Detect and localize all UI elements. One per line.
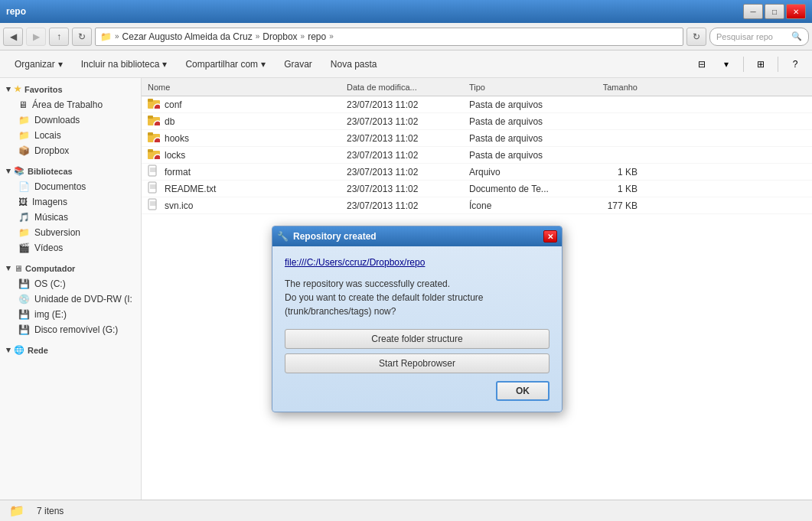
sidebar-item-documentos[interactable]: 📄 Documentos bbox=[0, 179, 141, 194]
videos-label: Vídeos bbox=[34, 243, 63, 253]
sidebar-item-subversion[interactable]: 📁 Subversion bbox=[0, 225, 141, 240]
svg-point-8 bbox=[154, 138, 160, 142]
status-folder-icon: 📁 bbox=[9, 503, 24, 518]
minimize-button[interactable]: ─ bbox=[743, 4, 763, 19]
column-headers: Nome Data de modifica... Tipo Tamanho bbox=[142, 78, 812, 96]
sidebar-section-bibliotecas[interactable]: ▾ 📚 Bibliotecas bbox=[0, 163, 141, 179]
svg-point-5 bbox=[154, 121, 160, 125]
col-header-type[interactable]: Tipo bbox=[469, 83, 576, 92]
sidebar-item-img-e[interactable]: 💾 img (E:) bbox=[0, 307, 141, 322]
dvd-label: Unidade de DVD-RW (I: bbox=[34, 294, 132, 304]
path-sep-2: » bbox=[256, 32, 260, 41]
up-button[interactable]: ↑ bbox=[49, 28, 69, 46]
status-bar: 📁 7 itens bbox=[0, 500, 812, 521]
refresh-right-button[interactable]: ↻ bbox=[686, 28, 706, 46]
locais-label: Locais bbox=[34, 130, 61, 141]
incluir-label: Incluir na biblioteca bbox=[81, 59, 160, 70]
sidebar-item-videos[interactable]: 🎬 Vídeos bbox=[0, 240, 141, 256]
area-trabalho-label: Área de Trabalho bbox=[32, 99, 103, 110]
compartilhar-button[interactable]: Compartilhar com ▾ bbox=[177, 54, 274, 75]
organize-button[interactable]: Organizar ▾ bbox=[6, 54, 71, 75]
path-part-3: repo bbox=[308, 31, 326, 42]
file-name: README.txt bbox=[161, 184, 347, 194]
window-controls: ─ □ ✕ bbox=[743, 4, 806, 19]
table-row[interactable]: conf23/07/2013 11:02Pasta de arquivos bbox=[142, 96, 812, 113]
sidebar-section-computador[interactable]: ▾ 🖥 Computador bbox=[0, 260, 141, 276]
file-size: 177 KB bbox=[576, 200, 638, 211]
locais-icon: 📁 bbox=[18, 130, 30, 141]
preview-pane-button[interactable]: ⊞ bbox=[750, 55, 771, 73]
sidebar-item-area-de-trabalho[interactable]: 🖥 Área de Trabalho bbox=[0, 97, 141, 112]
sidebar-section-rede[interactable]: ▾ 🌐 Rede bbox=[0, 342, 141, 358]
dialog-btn-row: Create folder structure Start Repobrowse… bbox=[285, 329, 549, 373]
sidebar-item-disco-g[interactable]: 💾 Disco removível (G:) bbox=[0, 322, 141, 337]
col-header-size[interactable]: Tamanho bbox=[576, 83, 638, 92]
path-sep-3: » bbox=[301, 32, 305, 41]
disco-g-icon: 💾 bbox=[18, 324, 30, 335]
dialog-close-button[interactable]: ✕ bbox=[543, 230, 557, 243]
sidebar-item-imagens[interactable]: 🖼 Imagens bbox=[0, 194, 141, 210]
view-options-button[interactable]: ▾ bbox=[716, 55, 737, 73]
address-bar: ◀ ▶ ↑ ↻ 📁 » Cezar Augusto Almeida da Cru… bbox=[0, 23, 812, 50]
address-path[interactable]: 📁 » Cezar Augusto Almeida da Cruz » Drop… bbox=[95, 28, 683, 46]
table-row[interactable]: format23/07/2013 11:02Arquivo1 KB bbox=[142, 164, 812, 181]
file-date: 23/07/2013 11:02 bbox=[347, 116, 469, 127]
sidebar-item-musicas[interactable]: 🎵 Músicas bbox=[0, 210, 141, 225]
sidebar-item-downloads[interactable]: 📁 Downloads bbox=[0, 112, 141, 128]
toolbar: Organizar ▾ Incluir na biblioteca ▾ Comp… bbox=[0, 50, 812, 78]
file-name: conf bbox=[161, 99, 347, 110]
organize-chevron: ▾ bbox=[58, 59, 63, 70]
bibliotecas-chevron: ▾ bbox=[6, 166, 11, 176]
view-details-button[interactable]: ⊟ bbox=[691, 55, 713, 73]
toolbar-right: ⊟ ▾ ⊞ ? bbox=[691, 55, 806, 73]
sidebar-item-dvd[interactable]: 💿 Unidade de DVD-RW (I: bbox=[0, 291, 141, 307]
nova-pasta-button[interactable]: Nova pasta bbox=[322, 54, 386, 75]
file-icon bbox=[148, 98, 161, 111]
sidebar-item-dropbox[interactable]: 📦 Dropbox bbox=[0, 143, 141, 158]
col-header-date[interactable]: Data de modifica... bbox=[347, 83, 469, 92]
status-item-count: 7 itens bbox=[37, 506, 64, 516]
img-e-label: img (E:) bbox=[34, 309, 67, 320]
search-box[interactable]: Pesquisar repo 🔍 bbox=[709, 28, 809, 46]
file-type: Pasta de arquivos bbox=[469, 133, 576, 144]
start-repobrowser-button[interactable]: Start Repobrowser bbox=[285, 353, 549, 373]
favoritos-label: Favoritos bbox=[24, 85, 63, 94]
toolbar-separator-2 bbox=[778, 57, 778, 72]
dialog-url-link[interactable]: file:///C:/Users/ccruz/Dropbox/repo bbox=[285, 257, 549, 268]
table-row[interactable]: hooks23/07/2013 11:02Pasta de arquivos bbox=[142, 130, 812, 147]
compartilhar-label: Compartilhar com bbox=[185, 59, 258, 70]
dialog-message: The repository was successfully created.… bbox=[285, 277, 549, 318]
file-name: locks bbox=[161, 150, 347, 161]
incluir-button[interactable]: Incluir na biblioteca ▾ bbox=[73, 54, 176, 75]
dialog-ok-button[interactable]: OK bbox=[496, 381, 549, 401]
sidebar-item-os-c[interactable]: 💾 OS (C:) bbox=[0, 276, 141, 291]
table-row[interactable]: locks23/07/2013 11:02Pasta de arquivos bbox=[142, 147, 812, 164]
computador-icon: 🖥 bbox=[14, 264, 22, 273]
svg-point-11 bbox=[154, 155, 160, 159]
maximize-button[interactable]: □ bbox=[765, 4, 784, 19]
dialog-title-icon: 🔧 bbox=[277, 231, 289, 242]
create-folder-structure-button[interactable]: Create folder structure bbox=[285, 329, 549, 349]
refresh-button[interactable]: ↻ bbox=[72, 28, 92, 46]
help-button[interactable]: ? bbox=[784, 55, 806, 73]
toolbar-separator bbox=[743, 57, 744, 72]
file-type: Documento de Te... bbox=[469, 184, 576, 194]
table-row[interactable]: db23/07/2013 11:02Pasta de arquivos bbox=[142, 113, 812, 130]
table-row[interactable]: svn.ico23/07/2013 11:02Ícone177 KB bbox=[142, 197, 812, 214]
table-row[interactable]: README.txt23/07/2013 11:02Documento de T… bbox=[142, 181, 812, 197]
sidebar: ▾ ★ Favoritos 🖥 Área de Trabalho 📁 Downl… bbox=[0, 78, 142, 500]
file-icon bbox=[148, 115, 161, 128]
file-date: 23/07/2013 11:02 bbox=[347, 200, 469, 211]
videos-icon: 🎬 bbox=[18, 243, 30, 253]
forward-button[interactable]: ▶ bbox=[26, 28, 46, 46]
sidebar-section-favoritos[interactable]: ▾ ★ Favoritos bbox=[0, 81, 141, 97]
dvd-icon: 💿 bbox=[18, 294, 30, 304]
sidebar-item-locais[interactable]: 📁 Locais bbox=[0, 128, 141, 143]
col-header-name[interactable]: Nome bbox=[148, 83, 347, 92]
img-e-icon: 💾 bbox=[18, 309, 30, 320]
file-type: Ícone bbox=[469, 200, 576, 211]
back-button[interactable]: ◀ bbox=[3, 28, 23, 46]
gravar-button[interactable]: Gravar bbox=[276, 54, 321, 75]
close-button[interactable]: ✕ bbox=[786, 4, 806, 19]
imagens-icon: 🖼 bbox=[18, 197, 28, 207]
